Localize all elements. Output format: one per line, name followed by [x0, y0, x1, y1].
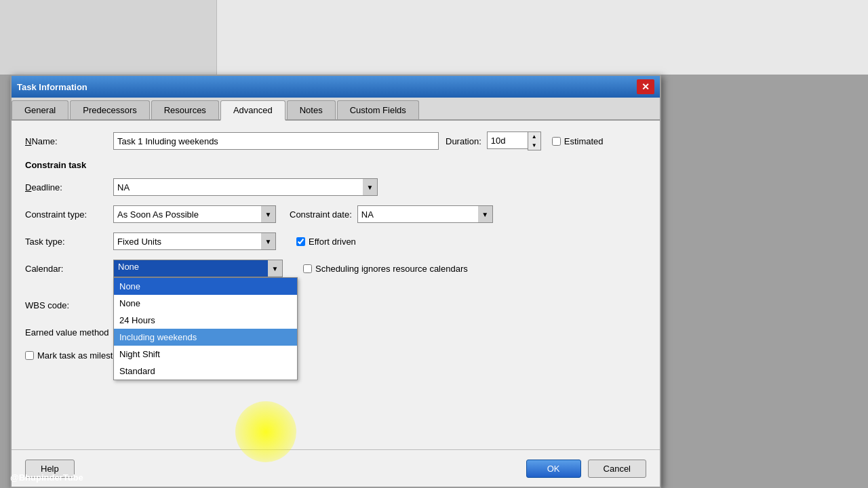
duration-label: Duration:	[446, 136, 481, 146]
effort-driven-checkbox[interactable]	[296, 237, 305, 246]
duration-spinner[interactable]: ▲ ▼	[487, 131, 541, 150]
constraint-date-label: Constraint date:	[290, 209, 352, 220]
milestone-checkbox[interactable]	[25, 351, 34, 360]
calendar-row: Calendar: None ▼ None None 24 Hours Incl…	[25, 260, 646, 277]
constraint-type-label: Constraint type:	[25, 209, 113, 220]
close-button[interactable]: ✕	[637, 79, 654, 94]
tab-custom-fields[interactable]: Custom Fields	[337, 100, 419, 119]
calendar-select-wrapper: None ▼ None None 24 Hours Including week…	[113, 260, 283, 277]
duration-wrapper: Duration: ▲ ▼ Estimated	[446, 131, 604, 150]
constraint-row: Constraint type: ▼ Constraint date: ▼	[25, 205, 646, 223]
footer-right: OK Cancel	[526, 460, 646, 478]
ok-button[interactable]: OK	[526, 460, 581, 478]
wbs-label: WBS code:	[25, 300, 113, 310]
task-type-input[interactable]	[113, 232, 276, 250]
estimated-checkbox[interactable]	[552, 137, 561, 146]
scheduling-label: Scheduling ignores resource calendars	[315, 264, 468, 274]
effort-driven-label: Effort driven	[309, 237, 356, 247]
cancel-button[interactable]: Cancel	[588, 460, 646, 478]
constraint-date-input[interactable]	[357, 205, 493, 223]
constraint-type-select-wrapper: ▼	[113, 205, 276, 223]
tab-bar: General Predecessors Resources Advanced …	[12, 98, 660, 121]
constraint-date-wrapper: Constraint date: ▼	[290, 205, 493, 223]
duration-input[interactable]	[487, 131, 528, 149]
dropdown-item-including-weekends[interactable]: Including weekends	[114, 329, 297, 346]
tab-general[interactable]: General	[12, 100, 68, 119]
spinner-down[interactable]: ▼	[528, 141, 540, 150]
calendar-dropdown-popup: None None 24 Hours Including weekends Ni…	[113, 277, 298, 380]
tab-resources[interactable]: Resources	[151, 100, 219, 119]
dropdown-item-24hours[interactable]: 24 Hours	[114, 312, 297, 329]
dropdown-item-none[interactable]: None	[114, 295, 297, 312]
dialog-title: Task Information	[17, 82, 87, 92]
deadline-input[interactable]	[113, 178, 378, 196]
estimated-label: Estimated	[564, 136, 604, 146]
dropdown-item-night-shift[interactable]: Night Shift	[114, 346, 297, 363]
scheduling-checkbox-group: Scheduling ignores resource calendars	[303, 264, 468, 274]
tab-predecessors[interactable]: Predecessors	[70, 100, 149, 119]
dialog-footer: Help OK Cancel	[12, 449, 660, 487]
task-type-label: Task type:	[25, 237, 113, 247]
spinner-up[interactable]: ▲	[528, 132, 540, 141]
spinner-arrows: ▲ ▼	[528, 131, 541, 150]
name-label: NName:	[25, 136, 113, 146]
tab-advanced[interactable]: Advanced	[220, 100, 285, 121]
constraint-date-select-wrapper: ▼	[357, 205, 493, 223]
deadline-select-wrapper: ▼	[113, 178, 378, 196]
effort-driven-group: Effort driven	[296, 237, 356, 247]
calendar-dropdown-arrow[interactable]: ▼	[268, 260, 283, 277]
earned-value-label: Earned value method	[25, 327, 113, 338]
constrain-task-label: Constrain task	[25, 160, 646, 170]
estimated-checkbox-group: Estimated	[552, 136, 604, 146]
deadline-label: Deadline:	[25, 182, 113, 192]
task-type-row: Task type: ▼ Effort driven	[25, 232, 646, 250]
task-type-select-wrapper: ▼	[113, 232, 276, 250]
name-row: NName: Duration: ▲ ▼ Estimated	[25, 131, 646, 150]
calendar-label: Calendar:	[25, 264, 113, 274]
watermark: @BhupinderTube	[10, 472, 83, 483]
deadline-row: Deadline: ▼	[25, 178, 646, 196]
name-input[interactable]	[113, 132, 439, 150]
tab-notes[interactable]: Notes	[287, 100, 336, 119]
calendar-selected-value[interactable]: None	[113, 260, 283, 277]
dropdown-item-standard[interactable]: Standard	[114, 363, 297, 380]
title-bar: Task Information ✕	[12, 76, 660, 98]
constraint-type-input[interactable]	[113, 205, 276, 223]
dialog-content: NName: Duration: ▲ ▼ Estimated Cons	[12, 121, 660, 371]
task-information-dialog: Task Information ✕ General Predecessors …	[10, 75, 661, 488]
dropdown-item-none-selected[interactable]: None	[114, 278, 297, 295]
scheduling-checkbox[interactable]	[303, 264, 312, 273]
